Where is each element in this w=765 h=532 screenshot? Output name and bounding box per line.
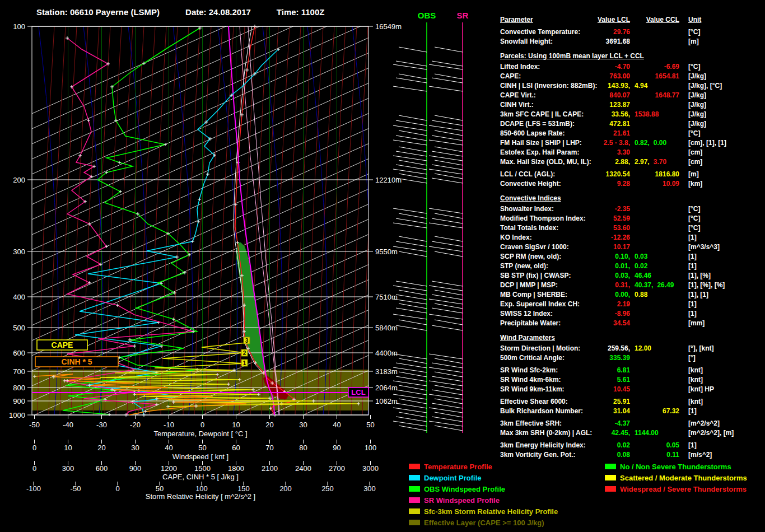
temperature-tick-label: 20 xyxy=(265,421,273,429)
srh-tick-label: 300 xyxy=(363,484,376,493)
unit-cell: [°C] xyxy=(679,129,765,138)
table-row: SB STP (fix) | CWASP:0.03,46.46[1], [%] xyxy=(500,271,765,281)
parameter-label: MB Comp | SHERBE: xyxy=(500,290,596,300)
value: 472.81 xyxy=(609,120,630,128)
value-ccl-cell xyxy=(630,223,679,233)
table-section-heading: Wind Parameters xyxy=(500,333,765,343)
parameter-label: SR Wind 4km-6km: xyxy=(500,375,596,385)
value-lcl-cell: 0.02 xyxy=(596,441,630,450)
value: 31.04 xyxy=(613,407,630,415)
legend-item: No / Non Severe Thunderstorms xyxy=(605,461,747,472)
parameter-label: LCL / CCL (AGL): xyxy=(500,170,596,179)
windspeed-tick-label: 40 xyxy=(165,444,172,452)
value: 9.28 xyxy=(617,180,630,188)
legend-label: Effective Layer (CAPE >= 100 J/kg) xyxy=(424,519,544,527)
table-row: 850-600 Lapse Rate:21.61[°C] xyxy=(500,129,765,138)
legend-swatch xyxy=(605,486,616,492)
table-row: CINH | LSI (Inversion: 882mB):143.93,4.9… xyxy=(500,81,765,91)
parameter-label: 500m Critical Angle: xyxy=(500,353,596,363)
value-lcl-cell: 34.54 xyxy=(596,319,630,328)
value-lcl-cell: 472.81 xyxy=(596,119,630,129)
unit-cell: [°C] xyxy=(679,214,765,223)
unit-cell: [m^3/s^3] xyxy=(679,242,765,252)
unit-cell: [1] xyxy=(679,262,765,271)
table-row: Total Totals Index:53.60[°C] xyxy=(500,223,765,233)
table-section-heading: Parcels: Using 100mB mean layer LCL + CC… xyxy=(500,52,765,61)
table-header: Parameter Value LCL Value CCL Unit xyxy=(500,15,765,27)
col-parameter: Parameter xyxy=(500,15,533,25)
cape-tick-label: 600 xyxy=(96,464,108,473)
height-label: 9550m xyxy=(375,248,398,256)
temperature-tick-label: -20 xyxy=(130,421,141,429)
value-lcl-cell: 0.10, xyxy=(596,252,630,262)
unit-cell: [cm], [1], [1] xyxy=(679,138,765,148)
parameter-label: 3km Vorticity Gen. Pot.: xyxy=(500,450,596,460)
table-row: Precipitable Water:34.54[mm] xyxy=(500,319,765,328)
value: 67.32 xyxy=(663,407,679,415)
value-lcl-cell: 335.39 xyxy=(596,353,630,363)
parameter-label: Effective Shear 6000: xyxy=(500,397,596,407)
unit-cell: [J/kg] xyxy=(679,110,765,119)
windspeed-axis-title: Windspeed [ knt ] xyxy=(172,452,228,461)
value-ccl-cell xyxy=(630,37,679,46)
temperature-tick-label: 0 xyxy=(200,421,204,429)
parameter-label: Modified Thompson Index: xyxy=(500,214,596,223)
legend-label: SR Windspeed Profile xyxy=(424,496,500,505)
value-ccl-cell xyxy=(630,119,679,129)
value-lcl-cell: 0.03, xyxy=(596,271,630,281)
value: 763.00 xyxy=(609,72,630,80)
parameter-label: SWISS 12 Index: xyxy=(500,309,596,319)
unit-cell: [mm] xyxy=(679,319,765,328)
windspeed-tick-label: 70 xyxy=(265,444,273,452)
km-marker-2: 2 xyxy=(243,350,246,356)
value-ccl-cell: 46.46 xyxy=(630,271,679,281)
severity-legend: No / Non Severe ThunderstormsScattered /… xyxy=(605,461,747,494)
value-lcl-cell: 2.88, xyxy=(596,157,630,167)
value-lcl-cell: 259.56, xyxy=(596,344,630,353)
parameter-label: 850-600 Lapse Rate: xyxy=(500,129,596,138)
legend-swatch xyxy=(409,497,420,503)
parameter-label: Max. Hail Size (OLD, MU, IL): xyxy=(500,157,596,167)
unit-cell: [m^2/s^2], [m] xyxy=(679,428,765,438)
table-row: CAPE:763.001654.81[J/kg] xyxy=(500,72,765,81)
value-ccl-cell xyxy=(630,397,679,407)
value-ccl-cell: 12.00 xyxy=(630,344,679,353)
value: 3.70 xyxy=(654,158,666,166)
height-label: 16549m xyxy=(375,22,402,31)
table-row: Showalter Index:-2.35[°C] xyxy=(500,204,765,214)
parameter-label: STP (new, old): xyxy=(500,262,596,271)
value-lcl-cell: 5.61 xyxy=(596,375,630,385)
value-lcl-cell: 0.00, xyxy=(596,290,630,300)
value: -4.70 xyxy=(615,63,630,71)
table-row: Storm Direction | Motion:259.56,12.00[°]… xyxy=(500,344,765,353)
value: 840.07 xyxy=(609,91,630,99)
wind-barb-panel: OBS SR xyxy=(393,11,469,433)
value-lcl-cell: 21.61 xyxy=(596,129,630,138)
legend-swatch xyxy=(409,475,420,480)
table-row: CAPE Virt.:840.071648.77[J/kg] xyxy=(500,91,765,100)
unit-cell: [°C] xyxy=(679,62,765,72)
value: 1320.54 xyxy=(606,170,630,178)
unit-cell: [m] xyxy=(679,37,765,46)
value-ccl-cell: 1144.00 xyxy=(630,428,679,438)
parameter-label: Convective Temperature: xyxy=(500,27,596,37)
value: 2.5 - 3.8, xyxy=(604,139,630,147)
parameter-label: CINH | LSI (Inversion: 882mB): xyxy=(500,81,596,91)
table-row: DCAPE (LFS = 531mB):472.81[J/kg] xyxy=(500,119,765,129)
windspeed-tick-label: 50 xyxy=(198,444,206,452)
value-ccl-cell xyxy=(630,214,679,223)
value-ccl-cell xyxy=(630,27,679,37)
pressure-tick-label: 900 xyxy=(13,397,25,405)
value-lcl-cell: 0.01, xyxy=(596,262,630,271)
unit-cell: [°C] xyxy=(679,223,765,233)
pressure-tick-label: 300 xyxy=(13,248,25,256)
table-row: FM Hail Size | SHIP | LHP:2.5 - 3.8,0.82… xyxy=(500,138,765,148)
table-row: KO Index:-12.26[1] xyxy=(500,233,765,242)
parameter-label: Estofex Exp. Hail Param: xyxy=(500,148,596,157)
unit-cell: [knt] xyxy=(679,397,765,407)
value: 143.93, xyxy=(608,82,630,90)
parameter-label: DCAPE (LFS = 531mB): xyxy=(500,119,596,129)
pressure-tick-label: 100 xyxy=(13,22,25,31)
value: 33.56, xyxy=(612,110,630,118)
value: -12.26 xyxy=(611,234,630,241)
